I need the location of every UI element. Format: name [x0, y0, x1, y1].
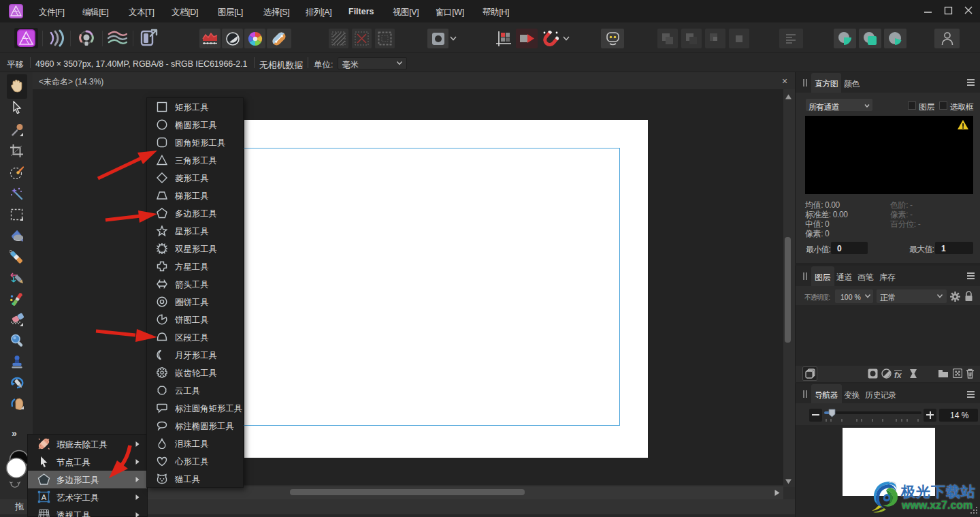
svg-text:A: A	[42, 493, 47, 501]
